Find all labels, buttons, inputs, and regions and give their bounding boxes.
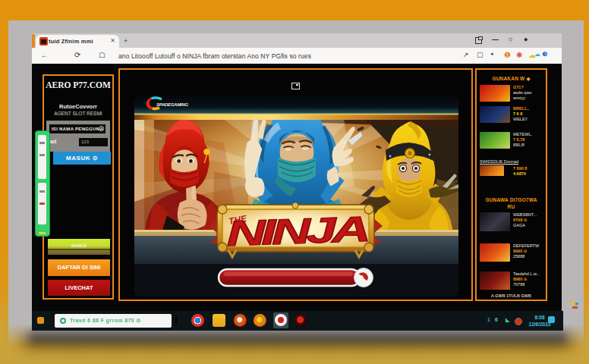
svg-text:NINJA: NINJA xyxy=(226,209,368,253)
svg-text:SPADEGAMING: SPADEGAMING xyxy=(156,102,188,107)
